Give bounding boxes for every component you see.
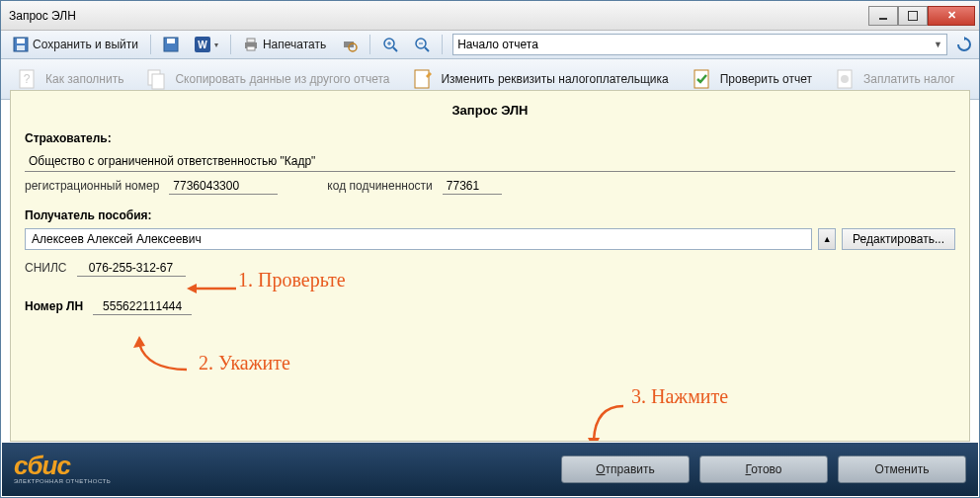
- save-icon: [13, 37, 29, 52]
- close-button[interactable]: [928, 6, 975, 26]
- zoom-in-button[interactable]: [376, 34, 404, 55]
- svg-rect-21: [415, 70, 429, 88]
- annotation-3: 3. Нажмите: [631, 385, 728, 408]
- sbis-logo: сбис ЭЛЕКТРОННАЯ ОТЧЕТНОСТЬ: [14, 455, 111, 483]
- snils-field[interactable]: 076-255-312-67: [77, 260, 186, 277]
- svg-rect-2: [17, 45, 25, 50]
- money-doc-icon: [834, 67, 858, 91]
- zoom-out-icon: [414, 37, 430, 52]
- ln-num-field[interactable]: 555622111444: [93, 298, 192, 315]
- recipient-dropdown-button[interactable]: ▲: [818, 228, 836, 250]
- arrow-2-icon: [127, 336, 197, 375]
- svg-marker-27: [133, 336, 145, 348]
- edit-doc-icon: [411, 67, 435, 91]
- save-button[interactable]: [157, 34, 185, 55]
- svg-line-11: [393, 47, 397, 51]
- svg-line-15: [425, 47, 429, 51]
- window-title: Запрос ЭЛН: [9, 9, 868, 23]
- minimize-button[interactable]: [868, 6, 898, 26]
- chevron-down-icon: ▼: [934, 40, 942, 49]
- svg-point-24: [841, 75, 849, 83]
- printer-icon: [243, 37, 259, 52]
- word-icon: W: [195, 37, 210, 52]
- insurer-label: Страхователь:: [25, 131, 955, 145]
- footer: сбис ЭЛЕКТРОННАЯ ОТЧЕТНОСТЬ Отправить Го…: [2, 443, 978, 496]
- svg-rect-4: [167, 39, 175, 43]
- print-preview-button[interactable]: [336, 34, 364, 55]
- print-search-icon: [342, 37, 358, 52]
- org-name-field[interactable]: Общество с ограниченной ответственностью…: [25, 151, 955, 172]
- ln-num-label: Номер ЛН: [25, 299, 83, 313]
- toolbar-primary: Сохранить и выйти W ▾ Напечатать: [1, 31, 979, 59]
- check-doc-icon: [691, 67, 714, 91]
- reg-num-field[interactable]: 7736043300: [169, 178, 278, 195]
- titlebar: Запрос ЭЛН: [1, 1, 979, 31]
- svg-marker-28: [588, 438, 600, 442]
- send-button[interactable]: Отправить: [561, 456, 690, 483]
- disk-icon: [163, 37, 179, 52]
- print-button[interactable]: Напечатать: [237, 34, 332, 55]
- help-doc-icon: ?: [16, 67, 40, 91]
- section-combo[interactable]: Начало отчета ▼: [452, 34, 947, 55]
- copy-doc-icon: [145, 67, 169, 91]
- svg-rect-6: [247, 39, 255, 42]
- form-area: Запрос ЭЛН Страхователь: Общество с огра…: [10, 90, 970, 442]
- sub-code-label: код подчиненности: [327, 179, 432, 193]
- svg-rect-1: [17, 39, 25, 43]
- save-exit-button[interactable]: Сохранить и выйти: [7, 34, 144, 55]
- refresh-button[interactable]: [955, 36, 973, 53]
- recipient-input[interactable]: [25, 228, 812, 250]
- svg-rect-20: [152, 74, 164, 89]
- maximize-button[interactable]: [898, 6, 928, 26]
- arrow-3-icon: [584, 400, 633, 442]
- zoom-out-button[interactable]: [408, 34, 436, 55]
- svg-rect-7: [247, 46, 255, 50]
- recipient-label: Получатель пособия:: [25, 208, 955, 222]
- done-button[interactable]: Готово: [699, 456, 828, 483]
- cancel-button[interactable]: Отменить: [838, 456, 966, 483]
- word-button[interactable]: W ▾: [189, 34, 224, 55]
- app-window: Запрос ЭЛН Сохранить и выйти W ▾: [0, 0, 980, 498]
- svg-marker-26: [187, 284, 197, 293]
- edit-recipient-button[interactable]: Редактировать...: [842, 228, 955, 250]
- reg-num-label: регистрационный номер: [25, 179, 159, 193]
- zoom-in-icon: [382, 37, 398, 52]
- arrow-1-icon: [187, 281, 236, 296]
- form-title: Запрос ЭЛН: [25, 103, 955, 118]
- window-controls: [868, 6, 975, 26]
- svg-text:?: ?: [24, 72, 31, 86]
- annotation-2: 2. Укажите: [199, 352, 290, 374]
- snils-label: СНИЛС: [25, 261, 67, 275]
- sub-code-field[interactable]: 77361: [443, 178, 502, 195]
